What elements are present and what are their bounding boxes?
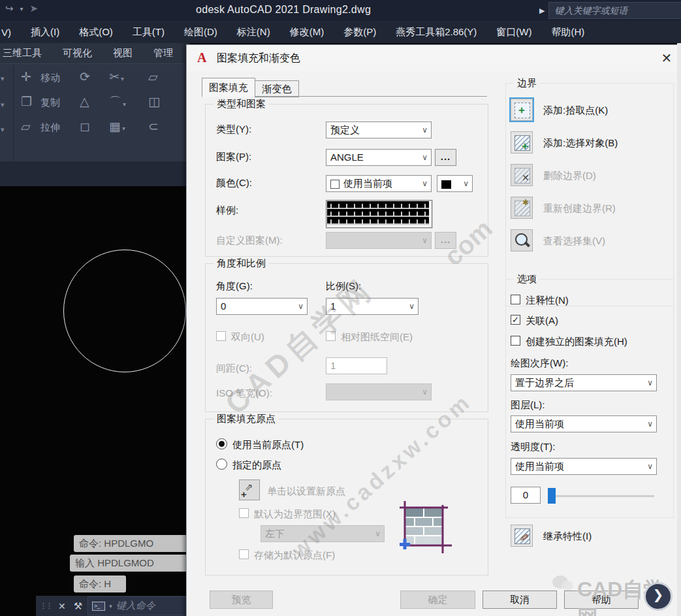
redo-caret-icon[interactable]: ▾ (20, 5, 24, 12)
add-pick-points-button[interactable]: + (511, 99, 533, 121)
drawing-canvas[interactable]: 命令: HPDLGMO 输入 HPDLGMOD 命令: H ⋮⋮ ✕ ⚒ >_ … (0, 186, 186, 616)
color-label: 颜色(C): (216, 177, 252, 189)
fillet-icon[interactable]: ⌒▾ (109, 94, 126, 111)
click-set-origin-label: 单击以设置新原点 (267, 485, 345, 498)
use-current-origin-label: 使用当前原点(T) (232, 439, 304, 451)
search-go-icon[interactable]: ▶ (539, 7, 545, 15)
preview-button: 预览 (210, 591, 273, 609)
help-button[interactable]: 帮助 (564, 591, 639, 609)
move-label[interactable]: 移动 (40, 72, 60, 84)
edge-caret-icon[interactable]: ▾ (1, 125, 5, 134)
close-cmdbar-icon[interactable]: ✕ (58, 601, 66, 611)
prompt-caret-icon[interactable]: ▾ (109, 603, 112, 609)
transparency-value-input[interactable]: 0 (511, 487, 541, 504)
drawn-circle[interactable] (63, 250, 186, 372)
menu-draw[interactable]: 绘图(D) (184, 26, 217, 39)
default-extents-checkbox (239, 508, 249, 518)
menu-window[interactable]: 窗口(W) (496, 26, 531, 39)
scale-select[interactable]: 1∨ (326, 298, 419, 315)
box-icon[interactable]: ◫ (148, 94, 160, 109)
stretch-icon[interactable]: ▱ (21, 119, 31, 134)
ribbon-tab-3dtools[interactable]: 三维工具 (3, 47, 42, 59)
separate-hatches-checkbox[interactable] (511, 336, 520, 346)
menu-view-partial[interactable]: V) (1, 27, 11, 38)
dialog-close-icon[interactable]: ✕ (658, 50, 675, 66)
copy-label[interactable]: 复制 (40, 97, 60, 109)
stretch-label[interactable]: 拉伸 (40, 122, 60, 134)
qat-tool-icon[interactable]: ➤ (30, 3, 39, 14)
menu-modify[interactable]: 修改(M) (290, 26, 325, 39)
offset-icon[interactable]: ⊂ (148, 119, 159, 134)
specified-origin-radio[interactable] (216, 459, 227, 470)
edge-caret-icon[interactable]: ▾ (1, 74, 5, 83)
annotative-checkbox[interactable] (511, 295, 520, 304)
menu-dimension[interactable]: 标注(N) (237, 26, 270, 39)
layer-label: 图层(L): (511, 399, 545, 412)
add-pick-points-label: 添加:拾取点(K) (543, 105, 608, 117)
transparency-slider-handle[interactable] (548, 488, 556, 504)
pattern-select[interactable]: ANGLE∨ (326, 149, 432, 166)
draw-order-select[interactable]: 置于边界之后∨ (511, 374, 657, 391)
inherit-properties-button[interactable]: ✎ (511, 525, 533, 547)
use-current-origin-radio[interactable] (216, 438, 227, 449)
window-title: odesk AutoCAD 2021 Drawing2.dwg (196, 4, 371, 16)
iso-penwidth-select: ∨ (326, 383, 432, 400)
type-select[interactable]: 预定义∨ (326, 122, 432, 138)
transparency-label: 透明度(T): (511, 441, 555, 453)
next-arrow-button[interactable]: ❯ (644, 582, 673, 611)
ribbon-tab-visualize[interactable]: 可视化 (63, 47, 92, 59)
wrench-icon[interactable]: ⚒ (74, 600, 82, 612)
spacing-input: 1 (326, 357, 387, 374)
screen: ↪ ▾ ➤ odesk AutoCAD 2021 Drawing2.dwg ▶ … (0, 0, 681, 616)
layer-select[interactable]: 使用当前项∨ (511, 415, 657, 432)
move-icon[interactable]: ✛ (21, 69, 31, 84)
chevron-down-icon: ∨ (422, 176, 428, 191)
ribbon-tab-view[interactable]: 视图 (113, 47, 133, 59)
modify-panel: ▾ ▾ ▾ ✛ 移动 ⟳ ✂▾ ▱ ❐ 复制 △ ⌒▾ ◫ ▱ 拉伸 ◻ ▦▾ … (0, 63, 190, 161)
rotate-icon[interactable]: ⟳ (80, 69, 90, 84)
menubar: V) 插入(I) 格式(O) 工具(T) 绘图(D) 标注(N) 修改(M) 参… (0, 21, 681, 43)
plus-icon: + (522, 141, 528, 152)
chevron-down-icon: ∨ (409, 299, 415, 314)
chevron-down-icon: ∨ (463, 176, 469, 191)
edge-caret-icon[interactable]: ▾ (1, 101, 5, 109)
array-icon[interactable]: ▦▾ (109, 119, 125, 134)
ribbon-tab-manage[interactable]: 管理 (153, 47, 173, 59)
color-select[interactable]: 使用当前项∨ (326, 175, 432, 192)
redo-icon[interactable]: ↪ (5, 3, 14, 14)
tab-hatch[interactable]: 图案填充 (202, 78, 255, 97)
associative-checkbox[interactable]: ✓ (511, 315, 520, 325)
scale-icon[interactable]: ◻ (80, 119, 90, 134)
pattern-browse-button[interactable]: ... (435, 149, 456, 166)
menu-parametric[interactable]: 参数(P) (343, 26, 376, 39)
erase-icon[interactable]: ▱ (148, 69, 158, 84)
menu-format[interactable]: 格式(O) (79, 26, 113, 39)
menu-insert[interactable]: 插入(I) (31, 26, 59, 39)
mirror-icon[interactable]: △ (80, 94, 89, 109)
angle-select[interactable]: 0∨ (216, 298, 308, 315)
cancel-button[interactable]: 取消 (483, 591, 557, 609)
store-default-origin-checkbox (239, 549, 249, 559)
command-input[interactable]: >_ ▾ 键入命令 (87, 596, 186, 615)
help-search-input[interactable]: 键入关键字或短语 (548, 2, 681, 19)
drag-handle-icon[interactable]: ⋮⋮ (40, 602, 52, 610)
recreate-boundary-button: ✱ (511, 197, 533, 219)
copy-icon[interactable]: ❐ (21, 94, 32, 109)
chevron-down-icon: ∨ (422, 122, 428, 138)
view-selections-label: 查看选择集(V) (543, 235, 605, 248)
menu-tools[interactable]: 工具(T) (133, 26, 165, 39)
hatch-origin-group-title: 图案填充原点 (214, 413, 279, 425)
background-color-select[interactable]: ∨ (437, 175, 473, 192)
dialog-titlebar[interactable]: A 图案填充和渐变色 ✕ (187, 45, 678, 71)
tab-gradient[interactable]: 渐变色 (255, 80, 299, 97)
transparency-slider-track[interactable] (550, 495, 654, 497)
chevron-down-icon: ∨ (422, 233, 428, 248)
transparency-select[interactable]: 使用当前项∨ (511, 458, 657, 475)
pattern-sample-swatch[interactable] (326, 200, 433, 229)
spacing-label: 间距(C): (216, 363, 252, 375)
trim-icon[interactable]: ✂▾ (109, 69, 124, 84)
menu-yanxiu-toolbox[interactable]: 燕秀工具箱2.86(Y) (396, 26, 477, 39)
menu-help[interactable]: 帮助(H) (552, 26, 585, 39)
add-select-objects-button[interactable]: + (511, 131, 533, 154)
cmd-history-1: 命令: HPDLGMO (74, 535, 197, 552)
